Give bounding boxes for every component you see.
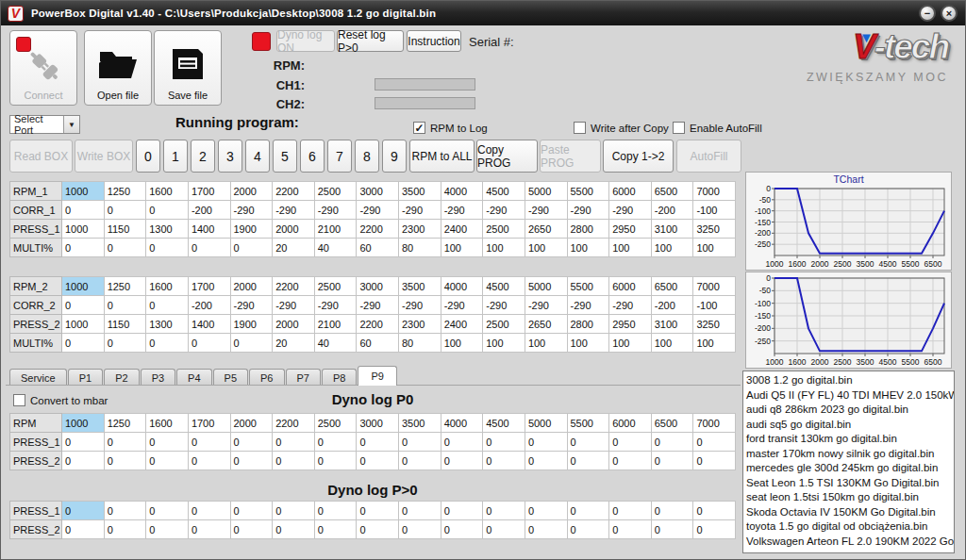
table-cell[interactable]: -290	[314, 296, 357, 315]
table-cell[interactable]: 0	[62, 296, 105, 315]
digit-button-6[interactable]: 6	[300, 140, 325, 173]
list-item[interactable]: Audi Q5 II (FY FL) 40 TDI MHEV 2.0 150kW…	[746, 388, 954, 404]
table-cell[interactable]: 5500	[567, 182, 609, 201]
open-file-button[interactable]: Open file	[84, 30, 152, 106]
rpm-to-log-checkbox[interactable]: ✓ RPM to Log	[413, 122, 488, 134]
table-cell[interactable]: 0	[230, 502, 273, 520]
table-cell[interactable]: 100	[567, 334, 609, 353]
table-cell[interactable]: -290	[525, 296, 567, 315]
table-cell[interactable]: 0	[441, 433, 483, 452]
table-cell[interactable]: 0	[441, 452, 483, 470]
table-cell[interactable]: 0	[188, 334, 230, 353]
table-cell[interactable]: 0	[273, 520, 315, 539]
table-cell[interactable]: 1300	[146, 220, 189, 239]
table-cell[interactable]: 0	[104, 452, 146, 470]
table-cell[interactable]: 0	[399, 433, 441, 452]
table-cell[interactable]: 0	[146, 502, 189, 520]
table-cell[interactable]: 2800	[567, 220, 609, 239]
connect-button[interactable]: Connect	[9, 30, 77, 106]
table-cell[interactable]: 1000	[62, 220, 105, 239]
autofill-button[interactable]: AutoFill	[676, 140, 741, 173]
select-port-dropdown[interactable]: Select Port ▼	[9, 115, 80, 134]
table-cell[interactable]: 40	[314, 334, 357, 353]
save-file-button[interactable]: Save file	[154, 30, 222, 106]
table-cell[interactable]: 100	[609, 334, 652, 353]
table-cell[interactable]: 0	[357, 520, 399, 539]
tab-p5[interactable]: P5	[213, 369, 248, 386]
table-cell[interactable]: -290	[357, 296, 399, 315]
table-cell[interactable]: 0	[483, 433, 525, 452]
table-cell[interactable]: 0	[693, 433, 736, 452]
table-cell[interactable]: 100	[441, 334, 483, 353]
table-cell[interactable]: 0	[567, 433, 609, 452]
table-cell[interactable]: 0	[609, 433, 652, 452]
tab-p9[interactable]: P9	[358, 366, 396, 386]
table-cell[interactable]: 4000	[441, 277, 483, 296]
table-cell[interactable]: -290	[609, 296, 652, 315]
table-cell[interactable]: 4500	[483, 277, 525, 296]
table-cell[interactable]: 0	[483, 520, 525, 539]
digit-button-5[interactable]: 5	[273, 140, 297, 173]
table-cell[interactable]: 100	[483, 334, 525, 353]
table-cell[interactable]: 0	[441, 520, 483, 539]
table-cell[interactable]: -200	[188, 296, 230, 315]
table-cell[interactable]: 7000	[693, 182, 736, 201]
read-box-button[interactable]: Read BOX	[9, 140, 73, 173]
table-cell[interactable]: 0	[146, 452, 189, 470]
table-cell[interactable]: 2200	[273, 182, 315, 201]
table-cell[interactable]: 0	[609, 452, 652, 470]
table-cell[interactable]: 0	[230, 452, 273, 470]
table-cell[interactable]: -290	[441, 201, 483, 220]
table-cell[interactable]: 4500	[483, 182, 525, 201]
write-box-button[interactable]: Write BOX	[75, 140, 133, 173]
table-cell[interactable]: 100	[483, 239, 525, 257]
list-item[interactable]: toyota 1.5 go digital od obciążenia.bin	[746, 519, 954, 535]
table-cell[interactable]: 0	[314, 433, 357, 452]
table-cell[interactable]: 0	[188, 239, 230, 257]
table-cell[interactable]: 0	[104, 502, 146, 520]
digit-button-2[interactable]: 2	[191, 140, 215, 173]
table-cell[interactable]: 7000	[693, 414, 736, 433]
table-cell[interactable]: 100	[525, 239, 567, 257]
table-cell[interactable]: 1600	[146, 277, 189, 296]
table-cell[interactable]: 0	[146, 201, 189, 220]
chevron-down-icon[interactable]: ▼	[63, 116, 79, 133]
table-cell[interactable]: 1250	[104, 414, 146, 433]
table-cell[interactable]: 0	[104, 239, 146, 257]
table-cell[interactable]: -200	[651, 296, 693, 315]
table-cell[interactable]: -290	[399, 296, 441, 315]
tab-p3[interactable]: P3	[141, 369, 175, 386]
table-cell[interactable]: 2200	[357, 220, 399, 239]
table-cell[interactable]: 2100	[314, 315, 357, 334]
table-cell[interactable]: 2000	[273, 220, 315, 239]
table-cell[interactable]: 2950	[609, 315, 652, 334]
tab-p7[interactable]: P7	[286, 369, 321, 386]
table-cell[interactable]: 0	[525, 520, 567, 539]
table-cell[interactable]: 2000	[230, 414, 273, 433]
list-item[interactable]: Seat Leon 1.5 TSI 130KM Go Digital.bin	[746, 476, 954, 491]
table-cell[interactable]: 0	[651, 433, 693, 452]
table-cell[interactable]: 2400	[441, 315, 483, 334]
table-cell[interactable]: 0	[525, 502, 567, 520]
table-cell[interactable]: 0	[62, 201, 105, 220]
table-cell[interactable]: -290	[230, 296, 273, 315]
table-cell[interactable]: 6000	[609, 414, 652, 433]
table-cell[interactable]: -290	[483, 201, 525, 220]
list-item[interactable]: ford transit 130km go digital.bin	[746, 432, 954, 447]
digit-button-1[interactable]: 1	[163, 140, 188, 173]
table-cell[interactable]: 2000	[230, 182, 273, 201]
table-cell[interactable]: -290	[525, 201, 567, 220]
table-cell[interactable]: 60	[357, 334, 399, 353]
table-cell[interactable]: 0	[104, 433, 146, 452]
table-cell[interactable]: 0	[230, 239, 273, 257]
close-button[interactable]: ×	[941, 5, 958, 22]
table-cell[interactable]: 0	[314, 520, 357, 539]
table-cell[interactable]: 100	[693, 334, 736, 353]
table-cell[interactable]: 3500	[399, 414, 441, 433]
table-cell[interactable]: 0	[104, 201, 146, 220]
table-cell[interactable]: 0	[273, 452, 315, 470]
table-cell[interactable]: 0	[62, 334, 105, 353]
table-cell[interactable]: 0	[651, 502, 693, 520]
table-cell[interactable]: 1000	[62, 414, 105, 433]
table-cell[interactable]: 40	[314, 239, 357, 257]
